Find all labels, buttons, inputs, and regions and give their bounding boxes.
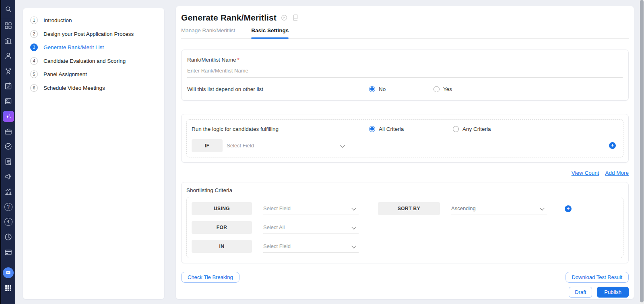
megaphone-icon[interactable] — [1, 169, 15, 184]
if-field-placeholder: Select Field — [227, 143, 254, 149]
nav-rail: ? ₹ — [0, 0, 15, 304]
page-header: Generate Rank/Meritlist — [181, 6, 629, 23]
step-item-post-application[interactable]: 2 Design your Post Application Process — [30, 27, 157, 41]
card-window-icon[interactable] — [1, 245, 15, 260]
radio-any-unselected — [453, 126, 459, 132]
view-count-link[interactable]: View Count — [572, 170, 599, 178]
help-icon[interactable]: ? — [1, 199, 15, 215]
tab-basic-settings[interactable]: Basic Settings — [251, 27, 289, 38]
radio-no-selected — [369, 86, 375, 92]
sort-order-value: Ascending — [451, 205, 476, 211]
step-label: Generate Rank/Merit List — [43, 44, 104, 50]
scrollbar-track[interactable] — [640, 0, 644, 304]
depend-question-row: Will this list depend on other list No Y… — [187, 83, 623, 95]
briefcase-icon[interactable] — [1, 124, 15, 139]
add-condition-icon[interactable]: + — [609, 142, 616, 149]
radio-option-no[interactable]: No — [369, 86, 386, 92]
search-icon[interactable] — [1, 0, 15, 18]
for-select[interactable]: Select All — [263, 221, 359, 234]
steps-panel: 1 Introduction 2 Design your Post Applic… — [23, 8, 164, 299]
sort-order-select[interactable]: Ascending — [451, 202, 547, 215]
chevron-down-icon — [540, 206, 544, 210]
name-label-row: Rank/Meritlist Name* — [187, 56, 623, 63]
using-field-placeholder: Select Field — [263, 205, 291, 211]
chat-icon[interactable] — [1, 265, 15, 281]
if-condition-row: IF Select Field + — [192, 139, 618, 152]
calendar-check-icon[interactable] — [1, 79, 15, 94]
page-title: Generate Rank/Meritlist — [181, 13, 277, 23]
play-circle-icon[interactable] — [281, 14, 288, 21]
if-field-select[interactable]: Select Field — [227, 139, 347, 152]
step-number: 1 — [30, 17, 38, 24]
radio-all-label: All Criteria — [379, 126, 404, 132]
logic-head-row: Run the logic for candidates fulfilling … — [192, 124, 618, 133]
institution-icon[interactable] — [1, 33, 15, 49]
step-label: Introduction — [43, 17, 72, 23]
in-row: IN Select Field — [192, 240, 618, 253]
main-panel: Generate Rank/Meritlist Manage Rank/Meri… — [176, 6, 634, 299]
chevron-down-icon — [351, 244, 356, 248]
download-test-result-button[interactable]: Download Test Result — [566, 272, 629, 283]
tab-manage-rank-meritlist[interactable]: Manage Rank/Meritlist — [181, 27, 235, 38]
add-more-link[interactable]: Add More — [605, 170, 629, 178]
logic-label: Run the logic for candidates fulfilling — [192, 126, 279, 132]
step-label: Panel Assignment — [43, 71, 87, 77]
dashboard-icon[interactable] — [1, 18, 15, 33]
step-label: Schedule Video Meetings — [43, 85, 105, 91]
radio-option-any-criteria[interactable]: Any Criteria — [453, 126, 491, 132]
document-list-icon[interactable] — [1, 154, 15, 170]
apps-grid-icon[interactable] — [1, 281, 15, 296]
gauge-icon[interactable] — [1, 139, 15, 154]
logic-criteria-card: Run the logic for candidates fulfilling … — [181, 114, 629, 163]
shortlisting-criteria-title: Shortlisting Criteria — [186, 187, 623, 193]
step-label: Candidate Evaluation and Scoring — [43, 58, 126, 64]
analytics-icon[interactable] — [1, 184, 15, 200]
radio-no-label: No — [379, 86, 386, 92]
step-label: Design your Post Application Process — [43, 31, 134, 37]
radio-option-yes[interactable]: Yes — [433, 86, 452, 92]
step-item-introduction[interactable]: 1 Introduction — [30, 14, 157, 27]
meritlist-name-input[interactable]: Enter Rank/Meritlist Name — [187, 68, 623, 78]
depend-question-label: Will this list depend on other list — [187, 86, 263, 92]
step-item-generate-rank-active[interactable]: 3 Generate Rank/Merit List — [30, 41, 157, 54]
step-item-schedule-video[interactable]: 6 Schedule Video Meetings — [30, 81, 157, 95]
pie-chart-icon[interactable] — [1, 230, 15, 245]
for-chip: FOR — [192, 221, 252, 234]
sort-by-chip: SORT BY — [378, 202, 440, 215]
network-icon[interactable] — [1, 64, 15, 79]
draft-button[interactable]: Draft — [569, 287, 592, 298]
radio-option-all-criteria[interactable]: All Criteria — [369, 126, 404, 132]
shortlisting-criteria-card: Shortlisting Criteria USING Select Field… — [181, 182, 629, 263]
using-field-select[interactable]: Select Field — [263, 202, 359, 215]
chevron-down-icon — [351, 225, 356, 229]
links-row: View Count Add More — [181, 170, 629, 178]
in-field-select[interactable]: Select Field — [263, 240, 359, 253]
ai-sparkles-icon[interactable] — [1, 109, 15, 124]
currency-rupee-icon[interactable]: ₹ — [1, 215, 15, 230]
news-icon[interactable] — [1, 94, 15, 109]
footer-actions-row-1: Check Tie Breaking Download Test Result — [181, 272, 629, 283]
step-item-candidate-evaluation[interactable]: 4 Candidate Evaluation and Scoring — [30, 54, 157, 68]
meritlist-name-card: Rank/Meritlist Name* Enter Rank/Meritlis… — [181, 50, 629, 101]
scrollbar-thumb[interactable] — [640, 0, 644, 302]
for-row: FOR Select All — [192, 221, 618, 234]
using-chip: USING — [192, 202, 252, 215]
step-number: 4 — [30, 57, 38, 65]
for-select-value: Select All — [263, 224, 285, 230]
using-row: USING Select Field SORT BY Ascending + — [192, 202, 618, 215]
step-number: 6 — [30, 84, 38, 92]
publish-button[interactable]: Publish — [597, 287, 629, 298]
person-icon[interactable] — [1, 48, 15, 64]
radio-all-selected — [369, 126, 375, 132]
if-chip: IF — [192, 139, 223, 152]
add-criteria-icon[interactable]: + — [565, 205, 572, 212]
check-tie-breaking-button[interactable]: Check Tie Breaking — [181, 272, 239, 283]
in-field-placeholder: Select Field — [263, 243, 291, 249]
radio-any-label: Any Criteria — [462, 126, 491, 132]
step-number: 3 — [30, 43, 38, 51]
step-item-panel-assignment[interactable]: 5 Panel Assignment — [30, 68, 157, 81]
guide-book-icon[interactable] — [292, 14, 299, 21]
shortlisting-criteria-box: USING Select Field SORT BY Ascending + F… — [186, 197, 623, 258]
tab-bar: Manage Rank/Meritlist Basic Settings — [181, 27, 629, 39]
footer-actions-row-2: Draft Publish — [181, 287, 629, 298]
